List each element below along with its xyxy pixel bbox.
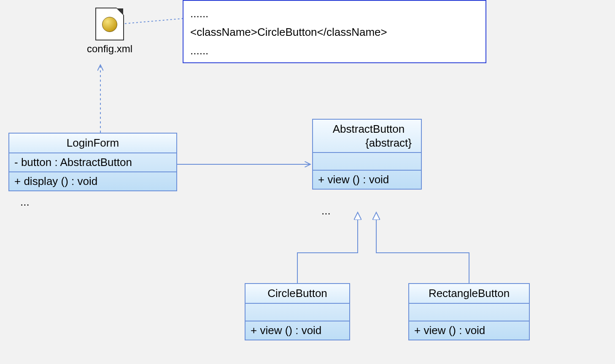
note-line: <className>CircleButton</className> [190, 23, 479, 41]
class-attributes: - button : AbstractButton [9, 153, 176, 172]
class-name: AbstractButton [321, 122, 417, 136]
connector-generalization [376, 212, 469, 283]
class-title: AbstractButton {abstract} [313, 120, 421, 153]
class-attributes-empty [245, 304, 349, 321]
ellipsis: ... [20, 195, 30, 209]
note-line: ...... [190, 41, 479, 60]
file-label: config.xml [82, 43, 137, 55]
class-operations: + view () : void [313, 171, 421, 189]
class-title: LoginForm [9, 134, 176, 153]
file-artifact-config: config.xml [82, 8, 137, 55]
note-box: ...... <className>CircleButton</classNam… [183, 0, 486, 63]
class-operations: + view () : void [245, 321, 349, 340]
class-title: RectangleButton [409, 284, 529, 304]
class-operations: + view () : void [409, 321, 529, 340]
ellipsis: ... [321, 204, 331, 217]
file-icon [95, 8, 124, 40]
class-operations: + display () : void [9, 172, 176, 190]
class-abstractbutton: AbstractButton {abstract} + view () : vo… [312, 119, 422, 190]
class-attributes-empty [313, 153, 421, 171]
class-title: CircleButton [245, 284, 349, 304]
class-rectanglebutton: RectangleButton + view () : void [408, 283, 530, 340]
file-badge-icon [102, 17, 117, 32]
connector-generalization [297, 212, 358, 283]
class-attributes-empty [409, 304, 529, 321]
class-circlebutton: CircleButton + view () : void [245, 283, 350, 340]
class-loginform: LoginForm - button : AbstractButton + di… [8, 133, 177, 191]
class-stereotype: {abstract} [321, 136, 417, 150]
note-line: ...... [190, 4, 479, 23]
